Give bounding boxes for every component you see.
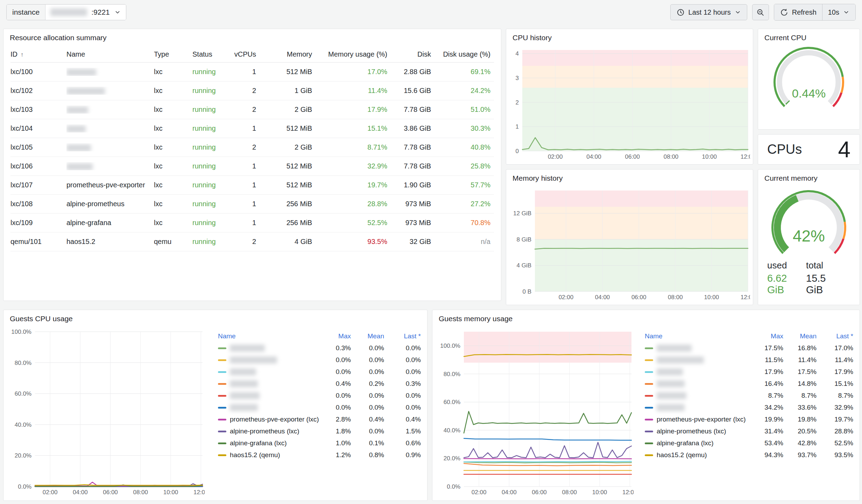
legend-value: 0.4%	[384, 416, 421, 423]
table-cell: 973 MiB	[389, 200, 433, 208]
cell-name-redacted	[66, 124, 154, 132]
column-header-memory[interactable]: Memory	[258, 50, 314, 58]
legend-value: 0.6%	[384, 439, 421, 447]
legend-series-name[interactable]	[645, 404, 752, 411]
legend-series-name[interactable]	[218, 380, 319, 387]
x-axis-label: 06:00	[625, 153, 640, 160]
cell-name-redacted	[66, 162, 154, 170]
legend-row: alpine-grafana (lxc)1.0%0.1%0.6%	[218, 437, 421, 449]
legend-series-name[interactable]	[645, 392, 752, 399]
legend-series-name[interactable]	[218, 392, 319, 399]
legend-series-name[interactable]	[645, 345, 752, 352]
legend-series-name[interactable]: haos15.2 (qemu)	[645, 451, 752, 459]
time-range-picker[interactable]: Last 12 hours	[670, 4, 747, 20]
legend-value: 0.0%	[351, 344, 384, 352]
instance-variable-dropdown[interactable]: :9221	[45, 5, 126, 20]
legend-series-name[interactable]: alpine-prometheus (lxc)	[218, 427, 319, 435]
legend-value: 53.4%	[752, 439, 783, 447]
legend-series-name[interactable]: prometheus-pve-exporter (lxc)	[218, 416, 319, 423]
memory-history-chart-svg[interactable]: 0 B4 GiB8 GiB12 GiB02:0004:0006:0008:001…	[510, 187, 750, 302]
legend-value: 0.3%	[319, 344, 351, 352]
column-header-id[interactable]: ID ↑	[10, 50, 66, 58]
panel-guests-memory-usage: Guests memory usage 0.0%20.0%40.0%60.0%8…	[432, 310, 860, 501]
legend-series-name[interactable]	[218, 368, 319, 375]
cpu-history-chart[interactable]: 0123402:0004:0006:0008:0010:0012:00	[510, 46, 750, 161]
column-header-disk-usage[interactable]: Disk usage (%)	[433, 50, 493, 58]
legend-series-name[interactable]	[645, 380, 752, 387]
legend-value: 0.8%	[351, 451, 384, 459]
legend-value: 0.0%	[319, 356, 351, 364]
y-axis-label: 40.0%	[444, 427, 460, 434]
legend-header-max[interactable]: Max	[752, 332, 783, 340]
legend-series-name[interactable]	[645, 357, 752, 363]
column-header-name[interactable]: Name	[66, 50, 154, 58]
guests-memory-chart[interactable]: 0.0%20.0%40.0%60.0%80.0%100.0%02:0004:00…	[436, 328, 634, 497]
refresh-button[interactable]: Refresh	[774, 4, 822, 20]
table-cell: 57.7%	[433, 181, 493, 189]
legend-header-max[interactable]: Max	[319, 332, 351, 340]
table-cell: lxc/104	[10, 124, 66, 132]
column-header-disk[interactable]: Disk	[389, 50, 433, 58]
legend-header-last[interactable]: Last *	[817, 332, 853, 340]
series-line-prometheus-pve-exporter-lxc	[464, 459, 631, 459]
panel-title[interactable]: Current CPU	[758, 29, 860, 46]
table-cell: lxc	[154, 87, 192, 95]
zoom-out-button[interactable]	[752, 4, 769, 20]
table-cell: running	[192, 181, 226, 189]
panel-title[interactable]: Guests CPU usage	[3, 310, 427, 327]
legend-row: 16.4%14.8%15.1%	[645, 378, 853, 390]
column-header-status[interactable]: Status	[192, 50, 226, 58]
y-axis-label: 3	[516, 75, 519, 81]
memory-history-chart[interactable]: 0 B4 GiB8 GiB12 GiB02:0004:0006:0008:001…	[510, 187, 750, 302]
panel-title[interactable]: Memory history	[506, 170, 753, 187]
table-row: lxc/106lxcrunning1512 MiB32.9%7.78 GiB25…	[10, 157, 494, 176]
guests-memory-chart-svg[interactable]: 0.0%20.0%40.0%60.0%80.0%100.0%02:0004:00…	[436, 328, 634, 497]
panel-title[interactable]: Current memory	[758, 170, 860, 187]
legend-header-name[interactable]: Name	[218, 332, 319, 340]
legend-header-last[interactable]: Last *	[384, 332, 421, 340]
table-cell: 15.6 GiB	[389, 87, 433, 95]
legend-value: 17.9%	[752, 368, 783, 376]
legend-header-mean[interactable]: Mean	[351, 332, 384, 340]
legend-header-mean[interactable]: Mean	[783, 332, 817, 340]
legend-series-name[interactable]: prometheus-pve-exporter (lxc)	[645, 416, 752, 423]
legend-series-name[interactable]: alpine-prometheus (lxc)	[645, 427, 752, 435]
y-axis-label: 0 B	[522, 288, 531, 295]
cpus-stat: CPUs 4	[758, 135, 860, 164]
table-header-row: ID ↑NameTypeStatusvCPUsMemoryMemory usag…	[10, 46, 494, 63]
refresh-interval-dropdown[interactable]: 10s	[822, 4, 855, 20]
table-cell: lxc	[154, 162, 192, 170]
instance-variable-control[interactable]: instance :9221	[6, 4, 126, 20]
table-cell: 973 MiB	[389, 219, 433, 227]
legend-row: 34.2%33.6%32.9%	[645, 402, 853, 413]
guests-cpu-chart[interactable]: 0.0%20.0%40.0%60.0%80.0%100.0%02:0004:00…	[7, 328, 205, 497]
column-header-vcpus[interactable]: vCPUs	[226, 50, 258, 58]
table-cell: 512 MiB	[258, 181, 314, 189]
grafana-dashboard: instance :9221 Last 12 hours	[0, 0, 862, 504]
legend-series-name[interactable]	[218, 345, 319, 352]
legend-value: 17.5%	[783, 368, 817, 376]
panel-title[interactable]: Guests memory usage	[432, 310, 860, 327]
series-color-swatch	[645, 454, 653, 456]
legend-header-name[interactable]: Name	[645, 332, 752, 340]
x-axis-label: 06:00	[103, 489, 118, 496]
legend-series-name[interactable]: alpine-grafana (lxc)	[645, 439, 752, 447]
column-header-type[interactable]: Type	[154, 50, 192, 58]
gauge-threshold-orange	[841, 77, 843, 93]
panel-cpu-history: CPU history 0123402:0004:0006:0008:0010:…	[506, 29, 753, 165]
legend-value: 0.0%	[319, 368, 351, 376]
cpu-history-chart-svg[interactable]: 0123402:0004:0006:0008:0010:0012:00	[510, 46, 750, 161]
panel-title[interactable]: CPU history	[506, 29, 753, 46]
legend-series-name[interactable]: alpine-grafana (lxc)	[218, 439, 319, 447]
table-row: lxc/105lxcrunning22 GiB8.71%7.78 GiB40.8…	[10, 138, 494, 157]
table-cell: 40.8%	[433, 143, 493, 151]
panel-title[interactable]: Resource allocation summary	[3, 29, 501, 46]
table-cell: 69.1%	[433, 68, 493, 76]
column-header-memory-usage[interactable]: Memory usage (%)	[314, 50, 389, 58]
legend-series-name[interactable]: haos15.2 (qemu)	[218, 451, 319, 459]
legend-series-name[interactable]	[218, 404, 319, 411]
guests-cpu-chart-svg[interactable]: 0.0%20.0%40.0%60.0%80.0%100.0%02:0004:00…	[7, 328, 205, 497]
legend-series-name[interactable]	[645, 368, 752, 375]
table-cell: running	[192, 143, 226, 151]
legend-series-name[interactable]	[218, 357, 319, 363]
